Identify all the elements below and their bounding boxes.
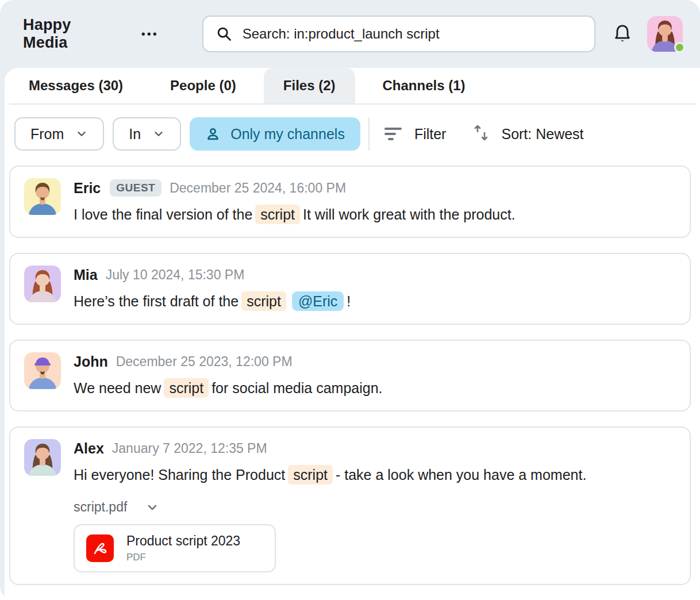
message-timestamp: July 10 2024, 15:30 PM (106, 267, 245, 283)
filter-button[interactable]: Filter (383, 126, 447, 143)
message-segment: Here’s the first draft of the (74, 293, 239, 309)
author-name: Mia (74, 267, 98, 283)
profile-avatar[interactable] (647, 16, 683, 52)
result-card-eric[interactable]: Eric GUEST December 25 2024, 16:00 PM I … (9, 166, 691, 238)
card-body: Mia July 10 2024, 15:30 PM Here’s the fi… (74, 266, 351, 312)
result-card-john[interactable]: John December 25 2023, 12:00 PM We need … (9, 340, 691, 411)
message-text: Here’s the first draft of thescript@Eric… (74, 290, 351, 312)
sort-button[interactable]: Sort: Newest (472, 124, 583, 144)
message-timestamp: December 25 2023, 12:00 PM (116, 354, 293, 370)
only-my-channels-toggle[interactable]: Only my channels (190, 117, 360, 151)
message-text: I love the final version of thescriptIt … (74, 203, 516, 225)
search-term-highlight: script (241, 291, 286, 311)
attachment-type-label: PDF (126, 552, 240, 563)
meta-row: Eric GUEST December 25 2024, 16:00 PM (74, 179, 516, 197)
user-mention[interactable]: @Eric (292, 291, 344, 311)
card-body: John December 25 2023, 12:00 PM We need … (74, 352, 383, 399)
avatar-eric (24, 178, 61, 215)
search-input[interactable] (243, 26, 582, 42)
author-name: Alex (74, 440, 104, 457)
chevron-down-icon (75, 128, 88, 140)
in-dropdown[interactable]: In (113, 117, 181, 151)
card-body: Eric GUEST December 25 2024, 16:00 PM I … (74, 178, 516, 225)
search-result-tabs: Messages (30) People (0) Files (2) Chann… (9, 68, 697, 105)
message-segment: for social media campaign. (211, 380, 382, 396)
meta-row: Alex January 7 2022, 12:35 PM (74, 440, 586, 457)
result-card-alex[interactable]: Alex January 7 2022, 12:35 PM Hi everyon… (9, 426, 691, 585)
bell-icon (613, 23, 632, 45)
message-segment: I love the final version of the (74, 206, 252, 222)
tab-people[interactable]: People (0) (151, 68, 256, 103)
search-icon (216, 26, 232, 42)
search-term-highlight: script (164, 378, 209, 398)
only-my-channels-label: Only my channels (230, 126, 345, 143)
attachment-info: Product script 2023 PDF (126, 533, 240, 563)
guest-badge: GUEST (110, 179, 161, 197)
search-term-highlight: script (288, 465, 333, 484)
sort-arrows-icon (472, 124, 490, 144)
attachment-file-name: script.pdf (74, 499, 127, 515)
person-icon (205, 126, 221, 142)
chevron-down-icon (145, 501, 159, 514)
card-body: Alex January 7 2022, 12:35 PM Hi everyon… (74, 439, 586, 572)
result-card-mia[interactable]: Mia July 10 2024, 15:30 PM Here’s the fi… (9, 253, 691, 325)
search-results-list: Eric GUEST December 25 2024, 16:00 PM I … (5, 166, 700, 585)
sort-label: Sort: Newest (501, 126, 583, 143)
message-segment: ! (347, 293, 351, 309)
pdf-attachment-card[interactable]: Product script 2023 PDF (74, 524, 276, 572)
online-status-dot (674, 42, 685, 53)
search-box[interactable] (202, 16, 595, 52)
chevron-down-icon (152, 128, 165, 140)
app-window: Happy Media ••• Messages (30) People (0)… (0, 0, 700, 600)
author-name: Eric (74, 180, 101, 197)
from-dropdown-label: From (30, 126, 64, 143)
message-text: We need newscriptfor social media campai… (74, 377, 383, 399)
message-text: Hi everyone! Sharing the Productscript- … (74, 464, 586, 486)
content-area: Messages (30) People (0) Files (2) Chann… (5, 68, 700, 600)
message-segment: - take a look when you have a moment. (336, 467, 586, 483)
pdf-file-icon (86, 534, 114, 562)
filter-lines-icon (383, 126, 403, 141)
in-dropdown-label: In (129, 126, 141, 143)
avatar-alex (24, 439, 61, 476)
message-segment: We need new (74, 380, 161, 396)
author-name: John (74, 353, 108, 370)
filter-label: Filter (414, 126, 447, 143)
message-segment: Hi everyone! Sharing the Product (74, 467, 285, 483)
message-timestamp: January 7 2022, 12:35 PM (112, 441, 267, 456)
tab-messages[interactable]: Messages (30) (9, 68, 143, 103)
tab-channels[interactable]: Channels (1) (363, 68, 485, 103)
attachment-expander[interactable]: script.pdf (74, 499, 159, 515)
workspace-name: Happy Media (23, 16, 120, 52)
meta-row: John December 25 2023, 12:00 PM (74, 353, 383, 370)
filter-bar: From In Only my channels (5, 105, 700, 166)
divider (368, 117, 370, 151)
notifications-button[interactable] (613, 23, 632, 45)
attachment-title: Product script 2023 (126, 533, 240, 549)
top-bar: Happy Media ••• (0, 0, 700, 68)
workspace-menu-icon[interactable]: ••• (141, 28, 159, 41)
message-segment: It will work great with the product. (303, 206, 516, 222)
from-dropdown[interactable]: From (14, 117, 104, 151)
tab-files[interactable]: Files (2) (264, 68, 355, 103)
avatar-mia (24, 266, 61, 302)
search-term-highlight: script (255, 205, 300, 224)
message-timestamp: December 25 2024, 16:00 PM (170, 180, 346, 196)
avatar-john (24, 352, 61, 389)
meta-row: Mia July 10 2024, 15:30 PM (74, 267, 351, 283)
